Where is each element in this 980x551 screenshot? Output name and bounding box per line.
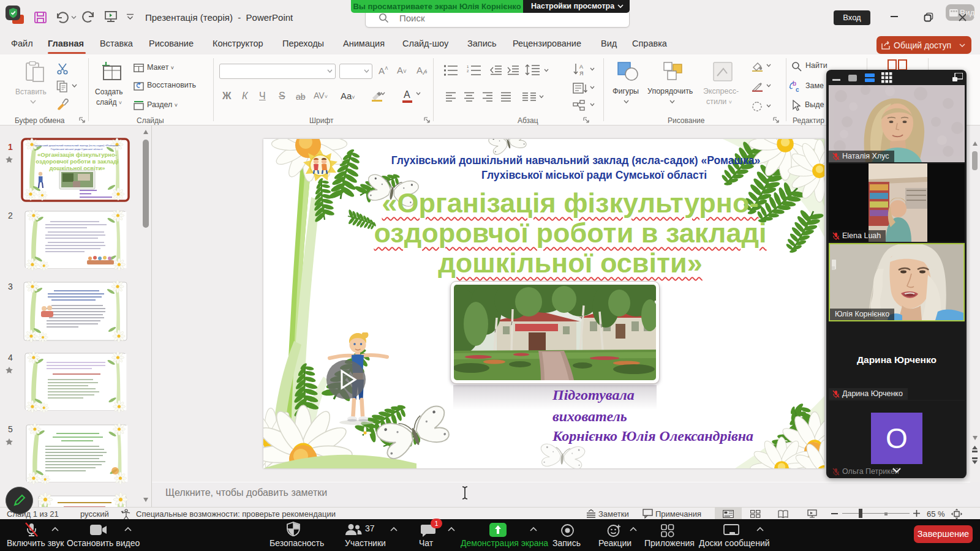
svg-text:оздоровчої роботи в закладі: оздоровчої роботи в закладі — [36, 158, 118, 165]
svg-text:А: А — [579, 64, 583, 70]
svg-text:Глухівської міської ради Сумсь: Глухівської міської ради Сумської област… — [51, 148, 103, 151]
svg-text:c: c — [796, 86, 799, 93]
svg-text:Глухівський дошкільний навчаль: Глухівський дошкільний навчальний заклад… — [34, 144, 120, 147]
svg-text:2: 2 — [8, 211, 13, 220]
svg-text:2: 2 — [467, 69, 469, 73]
svg-text:«Організація фізкультурно-: «Організація фізкультурно- — [37, 151, 117, 158]
svg-text:Я: Я — [579, 70, 584, 76]
svg-text:1: 1 — [467, 65, 469, 69]
svg-text:4: 4 — [8, 353, 13, 362]
svg-text:3: 3 — [8, 282, 13, 291]
svg-text:5: 5 — [8, 424, 13, 434]
svg-text:1: 1 — [8, 142, 13, 152]
